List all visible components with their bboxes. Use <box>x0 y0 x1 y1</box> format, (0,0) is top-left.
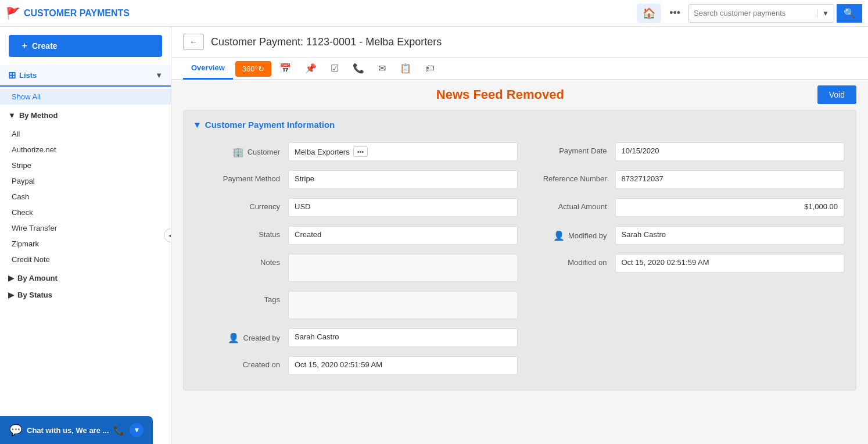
tab-360[interactable]: 360°↻ <box>235 61 271 77</box>
action-bar: News Feed Removed Void <box>171 80 868 110</box>
sidebar-section-showall: Show All <box>0 87 171 107</box>
created-on-label: Created on <box>195 356 288 369</box>
plus-icon: ＋ <box>20 41 28 51</box>
currency-label: Currency <box>195 198 288 211</box>
lists-label: Lists <box>19 71 37 80</box>
sidebar: ＋ Create ⊞ Lists ▼ Show All ▼ By Method … <box>0 27 171 444</box>
reference-number-label: Reference Number <box>522 170 615 183</box>
payment-method-field: Stripe <box>288 170 518 189</box>
sidebar-item-paypal[interactable]: Paypal <box>0 173 171 189</box>
sidebar-item-authorize[interactable]: Authorize.net <box>0 142 171 157</box>
back-button[interactable]: ← <box>183 34 204 50</box>
create-button[interactable]: ＋ Create <box>9 35 162 57</box>
app-title: CUSTOMER PAYMENTS <box>24 8 130 19</box>
customer-icon: 🏢 <box>232 146 244 157</box>
sidebar-item-zipmark[interactable]: Zipmark <box>0 236 171 252</box>
sidebar-by-method-items: All Authorize.net Stripe Paypal Cash Che… <box>0 124 171 270</box>
create-label: Create <box>32 41 58 51</box>
tab-notes[interactable]: 📋 <box>394 58 417 78</box>
sidebar-item-cash[interactable]: Cash <box>0 189 171 205</box>
sidebar-item-show-all[interactable]: Show All <box>0 89 171 105</box>
actual-amount-label: Actual Amount <box>522 198 615 211</box>
home-button[interactable]: 🏠 <box>637 3 661 23</box>
actual-amount-field: $1,000.00 <box>615 198 845 217</box>
sidebar-item-all[interactable]: All <box>0 126 171 142</box>
grid-icon: ⊞ <box>8 70 16 81</box>
form-right: Payment Date 10/15/2020 Reference Number… <box>520 139 847 381</box>
sidebar-group-by-status[interactable]: ▶ By Status <box>0 287 171 303</box>
expand-icon: ▼ <box>130 423 144 437</box>
form-row-reference-number: Reference Number 8732712037 <box>520 167 847 192</box>
form-row-customer: 🏢 Customer Melba Exporters ••• <box>193 139 520 164</box>
created-by-label: 👤 Created by <box>195 328 288 343</box>
customer-field: Melba Exporters ••• <box>288 142 518 161</box>
notes-field[interactable] <box>288 254 518 282</box>
payment-date-label: Payment Date <box>522 142 615 155</box>
sidebar-group-by-amount[interactable]: ▶ By Amount <box>0 270 171 287</box>
tab-check[interactable]: ☑ <box>325 58 345 78</box>
news-feed-text: News Feed Removed <box>183 87 817 102</box>
void-button[interactable]: Void <box>817 85 856 104</box>
form-row-actual-amount: Actual Amount $1,000.00 <box>520 195 847 220</box>
sidebar-item-stripe[interactable]: Stripe <box>0 157 171 173</box>
sidebar-item-check[interactable]: Check <box>0 205 171 220</box>
customer-value: Melba Exporters <box>295 148 350 156</box>
created-by-field: Sarah Castro <box>288 328 518 347</box>
tags-field[interactable] <box>288 291 518 319</box>
sidebar-group-by-method[interactable]: ▼ By Method <box>0 107 171 124</box>
flag-icon: 🚩 <box>6 6 20 20</box>
payment-date-field: 10/15/2020 <box>615 142 845 161</box>
form-grid: 🏢 Customer Melba Exporters ••• Payment M… <box>193 139 847 381</box>
lists-header[interactable]: ⊞ Lists ▼ <box>0 65 171 87</box>
tab-tags[interactable]: 🏷 <box>419 59 440 78</box>
form-row-modified-on: Modified on Oct 15, 2020 02:51:59 AM <box>520 250 847 276</box>
search-dropdown-button[interactable]: ▼ <box>817 9 834 17</box>
tab-phone[interactable]: 📞 <box>347 58 370 78</box>
created-by-icon: 👤 <box>228 332 239 343</box>
tab-mail[interactable]: ✉ <box>372 58 392 78</box>
tab-calendar[interactable]: 📅 <box>274 58 297 78</box>
app-logo: 🚩 CUSTOMER PAYMENTS <box>6 6 130 20</box>
tags-label: Tags <box>195 291 288 304</box>
chevron-right-icon: ▶ <box>8 274 14 282</box>
status-label: Status <box>195 226 288 239</box>
modified-by-label: 👤 Modified by <box>522 226 615 241</box>
form-row-modified-by: 👤 Modified by Sarah Castro <box>520 223 847 248</box>
section-header-payment-info[interactable]: ▼ Customer Payment Information <box>193 120 847 130</box>
form-row-currency: Currency USD <box>193 195 520 220</box>
chat-widget[interactable]: 💬 Chat with us, We are ... 📞 ▼ <box>0 416 153 444</box>
sidebar-item-credit-note[interactable]: Credit Note <box>0 252 171 267</box>
main-content: ← Customer Payment: 1123-0001 - Melba Ex… <box>171 27 868 444</box>
customer-options-button[interactable]: ••• <box>353 146 368 157</box>
section-title: Customer Payment Information <box>205 120 335 130</box>
tab-pin[interactable]: 📌 <box>299 58 322 78</box>
created-on-field: Oct 15, 2020 02:51:59 AM <box>288 356 518 375</box>
chevron-down-icon: ▼ <box>155 71 163 80</box>
form-left: 🏢 Customer Melba Exporters ••• Payment M… <box>193 139 520 381</box>
search-input[interactable] <box>689 9 817 17</box>
payment-method-label: Payment Method <box>195 170 288 183</box>
modified-on-label: Modified on <box>522 254 615 267</box>
layout: ＋ Create ⊞ Lists ▼ Show All ▼ By Method … <box>0 27 868 444</box>
chevron-down-icon: ▼ <box>8 111 16 120</box>
record-header: ← Customer Payment: 1123-0001 - Melba Ex… <box>171 27 868 58</box>
record-title: Customer Payment: 1123-0001 - Melba Expo… <box>211 36 442 48</box>
form-row-created-by: 👤 Created by Sarah Castro <box>193 325 520 350</box>
chevron-right-icon: ▶ <box>8 291 14 299</box>
top-nav-icons: 🏠 ••• ▼ 🔍 <box>637 3 862 23</box>
status-field: Created <box>288 226 518 245</box>
sidebar-item-wire-transfer[interactable]: Wire Transfer <box>0 220 171 236</box>
chat-label: Chat with us, We are ... <box>27 426 109 435</box>
form-row-notes: Notes <box>193 250 520 285</box>
modified-by-field: Sarah Castro <box>615 226 845 245</box>
reference-number-field: 8732712037 <box>615 170 845 189</box>
chat-icon: 💬 <box>9 424 22 436</box>
search-submit-button[interactable]: 🔍 <box>837 4 862 23</box>
modified-on-field: Oct 15, 2020 02:51:59 AM <box>615 254 845 273</box>
tab-overview[interactable]: Overview <box>183 58 233 80</box>
modified-by-icon: 👤 <box>553 230 565 241</box>
more-button[interactable]: ••• <box>663 3 686 23</box>
form-row-status: Status Created <box>193 223 520 248</box>
top-nav: 🚩 CUSTOMER PAYMENTS 🏠 ••• ▼ 🔍 <box>0 0 868 27</box>
customer-label: 🏢 Customer <box>195 142 288 157</box>
